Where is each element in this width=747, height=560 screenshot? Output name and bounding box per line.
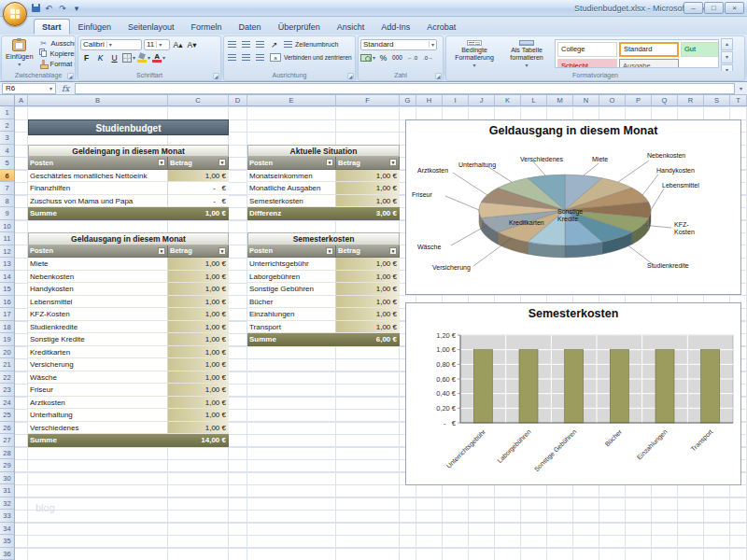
bar-Einzahlungen[interactable] [655,350,674,423]
cell-betrag[interactable]: 1,00 € [168,258,229,271]
row-header-2[interactable]: 2 [0,119,14,133]
cell-betrag[interactable]: 1,00 € [168,271,229,284]
row-header-14[interactable]: 14 [0,271,14,284]
align-bottom-button[interactable] [254,39,266,50]
number-format-select[interactable]: Standard▾ [360,39,437,50]
table-title[interactable]: Aktuelle Situation [247,145,400,158]
cell-betrag[interactable]: 1,00 € [336,296,400,309]
cell-posten[interactable]: Laborgebühren [247,271,336,284]
column-header-F[interactable]: F [336,95,400,106]
minimize-button[interactable]: – [684,2,703,14]
orientation-button[interactable]: ↗ [268,39,280,50]
filter-dropdown-icon[interactable]: ▾ [326,159,333,166]
alignment-dialog-launcher-icon[interactable]: ◢ [347,73,354,79]
cell-posten[interactable]: Verschiedenes [28,422,168,435]
bar-Bücher[interactable] [610,350,628,423]
cell-betrag[interactable]: 1,00 € [168,371,229,385]
cell-posten[interactable]: Sonstige Gebühren [247,283,336,296]
paste-button[interactable]: Einfügen ▾ [4,38,35,69]
align-middle-button[interactable] [240,39,252,50]
sheet-banner-title[interactable]: Studienbudget [28,119,229,135]
row-header-6[interactable]: 6 [0,170,14,183]
cell-posten[interactable]: Studienkredite [28,321,168,334]
row-header-9[interactable]: 9 [0,207,14,220]
formula-input[interactable] [75,83,735,94]
fill-color-button[interactable]: ▾ [137,52,150,63]
cell-betrag[interactable]: 1,00 € [168,384,229,397]
row-header-11[interactable]: 11 [0,232,14,245]
font-color-button[interactable]: A▾ [152,52,165,63]
cell-posten[interactable]: Nebenkosten [28,271,168,284]
italic-button[interactable]: K [94,52,106,63]
row-header-19[interactable]: 19 [0,333,14,346]
office-button[interactable] [3,2,27,26]
cell-betrag[interactable]: 1,00 € [168,397,229,410]
table-title[interactable]: Semesterkosten [247,232,400,245]
filter-dropdown-icon[interactable]: ▾ [158,159,165,166]
cell-posten[interactable]: Einzahlungen [247,308,336,321]
footer-label[interactable]: Differenz [247,207,283,220]
font-name-select[interactable]: Calibri▾ [80,39,142,50]
table-column-betrag[interactable]: Betrag▾ [336,245,400,259]
merge-center-button[interactable]: aVerbinden und zentrieren▾ [268,52,355,63]
row-header-28[interactable]: 28 [0,447,14,460]
row-header-30[interactable]: 30 [0,472,14,485]
format-as-table-button[interactable]: Als Tabelle formatieren ▾ [500,38,553,69]
row-header-17[interactable]: 17 [0,308,14,321]
cell-posten[interactable]: Unterrichtsgebühr [247,258,336,271]
column-header-D[interactable]: D [229,95,247,106]
column-header-N[interactable]: N [573,95,599,106]
cell-posten[interactable]: Zuschuss von Mama und Papa [28,195,168,208]
filter-dropdown-icon[interactable]: ▾ [389,159,397,166]
gallery-more-icon[interactable]: ▾ [721,64,733,71]
cell-posten[interactable]: Handykosten [28,283,168,296]
column-header-M[interactable]: M [547,95,573,106]
gallery-down-icon[interactable]: ▾ [721,51,733,63]
sheet-body[interactable]: Studienbudget blog Geldeingang in diesem… [15,106,747,560]
select-all-corner[interactable] [0,95,15,106]
undo-icon[interactable]: ↶ [43,4,54,13]
cell-betrag[interactable]: 1,00 € [336,321,400,334]
table-column-posten[interactable]: Posten▾ [28,157,168,170]
cell-betrag[interactable]: 1,00 € [168,308,229,321]
footer-label[interactable]: Summe [28,207,59,220]
percent-button[interactable]: % [377,52,389,63]
clipboard-dialog-launcher-icon[interactable]: ◢ [67,73,74,79]
column-header-J[interactable]: J [469,95,495,106]
cell-style-schlecht[interactable]: Schlecht [557,59,617,68]
cell-posten[interactable]: Versicherung [28,358,168,371]
cell-betrag[interactable]: 1,00 € [336,258,400,271]
cell-posten[interactable]: Transport [247,321,336,334]
tab-start[interactable]: Start [34,19,70,35]
font-dialog-launcher-icon[interactable]: ◢ [213,73,219,79]
align-center-button[interactable] [240,52,252,63]
row-header-21[interactable]: 21 [0,358,14,371]
cell-betrag[interactable]: 1,00 € [336,182,400,195]
tab-seitenlayout[interactable]: Seitenlayout [120,19,183,35]
footer-value[interactable]: 6,00 € [374,333,400,346]
number-dialog-launcher-icon[interactable]: ◢ [435,73,442,79]
filter-dropdown-icon[interactable]: ▾ [389,247,397,255]
cell-posten[interactable]: Kreditkarten [28,346,168,359]
column-header-I[interactable]: I [443,95,469,106]
cell-betrag[interactable]: 1,00 € [336,170,400,183]
column-header-R[interactable]: R [678,95,704,106]
tab-einfügen[interactable]: Einfügen [70,19,120,35]
column-header-Q[interactable]: Q [652,95,678,106]
filter-dropdown-icon[interactable]: ▾ [218,247,226,255]
row-header-22[interactable]: 22 [0,371,14,385]
row-header-34[interactable]: 34 [0,523,14,536]
bar-Sonstige Gebühren[interactable] [565,350,584,423]
conditional-formatting-button[interactable]: Bedingte Formatierung ▾ [448,38,500,69]
column-header-B[interactable]: B [28,95,168,106]
cell-posten[interactable]: KFZ-Kosten [28,308,168,321]
table-column-posten[interactable]: Posten▾ [28,245,168,259]
cell-posten[interactable]: Monatseinkommen [247,170,336,183]
cell-betrag[interactable]: 1,00 € [336,271,400,284]
row-header-12[interactable]: 12 [0,245,14,259]
row-header-23[interactable]: 23 [0,384,14,397]
close-button[interactable]: × [725,2,744,14]
footer-label[interactable]: Summe [247,333,278,346]
thousands-button[interactable]: 000 [391,52,403,63]
footer-value[interactable]: 1,00 € [203,207,229,220]
